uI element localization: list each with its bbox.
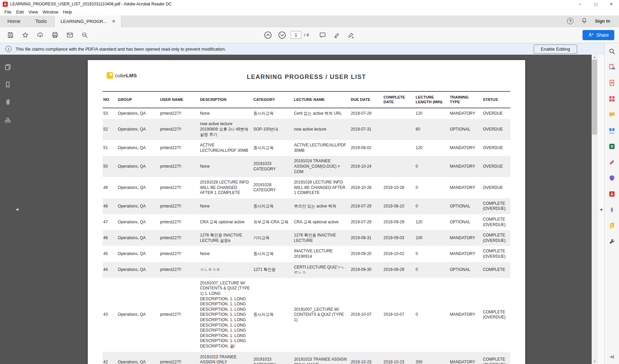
table-cell: OVERDUE [482, 108, 510, 119]
scrollbar-thumb[interactable] [592, 60, 597, 135]
table-cell: now active lecture 20190809 오후 2시 49분에 설… [199, 119, 252, 140]
table-cell: None [199, 198, 252, 214]
search-icon[interactable] [607, 47, 617, 56]
adobe-reader-icon: A [3, 2, 8, 7]
share-button[interactable]: Share [583, 30, 614, 40]
scroll-down-icon[interactable]: ▼ [592, 360, 597, 363]
attachments-icon[interactable] [4, 99, 11, 107]
next-page-icon[interactable] [276, 29, 288, 41]
pdf-standards-icon[interactable] [607, 189, 617, 199]
minimize-button[interactable]: ─ [572, 0, 588, 8]
table-cell: Operations, QA [117, 278, 159, 352]
table-cell: ACTIVE LECTURE/ALL/PDF 30MB [199, 140, 252, 156]
more-tools-icon[interactable] [607, 237, 617, 246]
table-cell: 2019-08-02 [350, 140, 383, 156]
organize-pages-icon[interactable] [607, 126, 617, 135]
table-cell: Operations, QA [117, 108, 159, 119]
table-cell: 20191007_LECTURE W/ CONTENTS & QUIZ (TYP… [293, 278, 350, 352]
table-cell: pmtest227!! [159, 177, 199, 198]
page-thumbnails-icon[interactable] [4, 63, 11, 72]
signatures-panel-icon[interactable] [4, 116, 11, 125]
info-icon: i [5, 46, 11, 52]
table-cell: 47 [103, 214, 117, 230]
export-pdf-icon[interactable] [607, 62, 617, 72]
column-header: COMPLETE DATE [383, 91, 415, 108]
table-cell: 종사자교육 [253, 246, 293, 262]
tab-document[interactable]: LEARNING_PROGR... ✕ [54, 16, 122, 27]
create-pdf-icon[interactable] [607, 78, 617, 88]
sign-in-button[interactable]: Sign In [595, 19, 610, 24]
combine-files-icon[interactable] [607, 94, 617, 104]
cloud-upload-icon[interactable] [34, 29, 46, 41]
menu-view[interactable]: View [26, 9, 40, 15]
table-cell: INACTIVE LECTURE 20190914 [293, 246, 350, 262]
table-cell: CERTI LECTURE QUIZㅇㄴㄹㄴㅇ [293, 262, 350, 278]
edit-pdf-icon[interactable] [607, 158, 617, 167]
compress-pdf-icon[interactable] [607, 221, 617, 230]
table-cell: 외부교육-CRA 교육 [253, 214, 293, 230]
comment-tool-icon[interactable] [607, 110, 617, 119]
table-cell: 종사자교육 [253, 198, 293, 214]
table-cell: 43 [103, 278, 117, 352]
table-cell: 2019-07-31 [350, 119, 383, 140]
star-icon[interactable] [20, 29, 31, 41]
table-cell: 1271 확인용 [253, 262, 293, 278]
vertical-scrollbar[interactable]: ▲ ▼ [592, 55, 597, 364]
help-icon[interactable]: ? [567, 18, 573, 24]
sign-icon[interactable] [345, 29, 357, 41]
table-row: 49Operations, QApmtest227!!20191028 LECT… [103, 177, 510, 198]
table-cell: 2019-10-23 [383, 352, 415, 364]
previous-page-icon[interactable] [262, 29, 274, 41]
protect-icon[interactable] [607, 173, 617, 183]
table-cell: 2019-10-28 [383, 177, 415, 198]
collapse-left-panel-icon[interactable]: ◀ [16, 207, 18, 212]
tab-home[interactable]: Home [0, 16, 28, 27]
menu-window[interactable]: Window [40, 9, 60, 15]
tabbar-right: ? Sign In [567, 16, 619, 27]
save-icon[interactable] [5, 29, 16, 41]
logo-text-cube: cube [115, 73, 126, 78]
bookmarks-icon[interactable] [4, 81, 11, 90]
table-cell: 0 [415, 278, 449, 352]
table-cell: COMPLETE [482, 262, 510, 278]
table-row: 50Operations, QApmtest227!!None20191023 … [103, 156, 510, 177]
table-cell: 50 [103, 156, 117, 177]
print-icon[interactable] [49, 29, 61, 41]
comment-icon[interactable] [317, 29, 328, 41]
table-cell: pmtest227!! [159, 262, 199, 278]
menu-file[interactable]: File [2, 9, 14, 15]
menu-edit[interactable]: Edit [14, 9, 26, 15]
table-cell: pmtest227!! [159, 278, 199, 352]
titlebar: A LEARNING_PROGRESS_USER_LIST_2019103111… [0, 0, 619, 8]
menu-help[interactable]: Help [61, 9, 75, 15]
email-icon[interactable] [64, 29, 76, 41]
table-cell: OVERDUE [482, 140, 510, 156]
table-cell: None [199, 108, 252, 119]
tab-tools[interactable]: Tools [28, 16, 54, 27]
maximize-button[interactable]: ▢ [588, 0, 603, 8]
table-row: 47Operations, QApmtest227!!CRA 교육 option… [103, 214, 510, 230]
table-cell: Operations, QA [117, 246, 159, 262]
notifications-bell-icon[interactable] [581, 17, 588, 25]
table-cell: 48 [103, 198, 117, 214]
column-header: DUE DATE [350, 91, 383, 108]
collapse-right-panel-icon[interactable]: ◀ [600, 207, 602, 211]
table-cell: Operations, QA [117, 352, 159, 364]
close-button[interactable]: ✕ [603, 0, 619, 8]
highlight-icon[interactable] [331, 29, 343, 41]
export-excel-icon[interactable] [607, 142, 617, 151]
table-cell: 20191024 TRAINEE ASSIGN_COM(O.DUE) > COM [293, 156, 350, 177]
column-header: USER NAME [159, 91, 199, 108]
expand-panel-icon[interactable] [609, 354, 615, 361]
close-tab-icon[interactable]: ✕ [111, 19, 116, 24]
report-title: LEARNING PROGRESS / USER LIST [103, 72, 510, 81]
table-cell: 20191028 LECTURE INFO WILL BE CHANGED AF… [293, 177, 350, 198]
table-cell: 2019-10-07 [383, 278, 415, 352]
page-number-input[interactable] [291, 31, 301, 39]
fill-sign-icon[interactable] [607, 205, 617, 215]
zoom-out-icon[interactable] [79, 29, 90, 41]
enable-editing-button[interactable]: Enable Editing [534, 45, 577, 54]
scroll-up-icon[interactable]: ▲ [592, 56, 597, 59]
toolbar: / 4 Share [0, 27, 619, 43]
table-cell: 300 [415, 352, 449, 364]
